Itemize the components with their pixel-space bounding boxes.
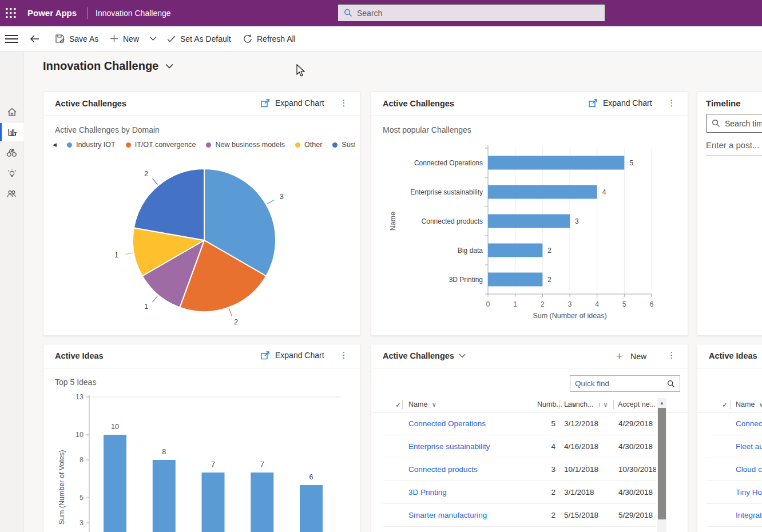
nav-home-icon[interactable] bbox=[0, 103, 23, 121]
bar[interactable] bbox=[251, 473, 273, 532]
new-button[interactable]: New bbox=[110, 26, 157, 51]
timeline-title: Timeline bbox=[706, 98, 741, 108]
bar[interactable] bbox=[488, 215, 570, 228]
panel-title: Active Ideas bbox=[55, 351, 104, 360]
timeline-search-box[interactable]: Search timeline bbox=[706, 114, 762, 133]
chevron-down-icon bbox=[149, 36, 157, 41]
global-search-box[interactable]: Search bbox=[338, 4, 605, 22]
more-commands-icon[interactable]: ⋮ bbox=[338, 350, 350, 360]
expand-chart-label: Expand Chart bbox=[275, 351, 324, 360]
list-title: Active Ideas bbox=[709, 351, 757, 360]
row-name-link[interactable]: Smarter manufacturing bbox=[408, 504, 487, 527]
svg-text:5: 5 bbox=[629, 159, 633, 167]
svg-text:Big data: Big data bbox=[458, 247, 483, 255]
nav-people-icon[interactable] bbox=[0, 184, 23, 203]
list-item[interactable]: Connec bbox=[697, 412, 762, 435]
svg-text:6: 6 bbox=[309, 473, 313, 481]
back-button[interactable] bbox=[30, 26, 39, 51]
list-item[interactable]: Integrat bbox=[697, 504, 762, 527]
list-item[interactable]: Tiny Ho bbox=[697, 481, 762, 504]
expand-chart-button[interactable]: Expand Chart bbox=[589, 98, 652, 108]
hamburger-menu-icon[interactable] bbox=[5, 33, 18, 45]
product-title[interactable]: Power Apps bbox=[27, 8, 77, 18]
list-title-selector[interactable]: Active Ideas bbox=[709, 351, 762, 360]
panel-active-ideas-list: Active Ideas ✓Name ∨ ConnecFleet auCloud… bbox=[697, 344, 762, 532]
bar[interactable] bbox=[104, 435, 126, 532]
new-label: New bbox=[123, 34, 139, 43]
list-item[interactable]: Cloud c bbox=[697, 458, 762, 481]
svg-text:Connected Operations: Connected Operations bbox=[414, 159, 483, 167]
pie-slice[interactable] bbox=[134, 169, 204, 240]
bar[interactable] bbox=[153, 460, 176, 532]
scrollbar-thumb[interactable] bbox=[658, 408, 666, 519]
refresh-all-button[interactable]: Refresh All bbox=[243, 26, 296, 51]
expand-chart-button[interactable]: Expand Chart bbox=[261, 98, 324, 108]
select-all-checkbox[interactable]: ✓ bbox=[395, 400, 401, 409]
expand-chart-icon bbox=[261, 351, 270, 360]
bar[interactable] bbox=[488, 185, 597, 199]
column-header-launch[interactable]: Launch... ↑∨ bbox=[564, 400, 608, 408]
bar[interactable] bbox=[488, 273, 542, 287]
expand-chart-button[interactable]: Expand Chart bbox=[261, 351, 324, 360]
save-as-button[interactable]: Save As bbox=[55, 26, 98, 51]
bar[interactable] bbox=[300, 485, 323, 532]
svg-text:3: 3 bbox=[568, 300, 572, 308]
table-row[interactable]: Smarter manufacturing25/15/20185/29/2018 bbox=[371, 504, 688, 527]
grid-title-selector[interactable]: Active Challenges bbox=[383, 351, 466, 360]
more-commands-icon[interactable]: ⋮ bbox=[338, 98, 350, 108]
nav-binoculars-icon[interactable] bbox=[0, 144, 23, 162]
column-separator bbox=[402, 400, 403, 409]
svg-text:4: 4 bbox=[602, 188, 606, 196]
column-chart: 3581013108776Sum (Number of Votes) bbox=[49, 390, 355, 532]
svg-text:Connected products: Connected products bbox=[422, 217, 483, 225]
post-input[interactable]: Enter a post... bbox=[706, 140, 759, 150]
app-context-title: Innovation Challenge bbox=[96, 9, 171, 18]
chart-title: Top 5 Ideas bbox=[55, 378, 96, 387]
bar[interactable] bbox=[488, 244, 542, 257]
row-name-link[interactable]: Fleet au bbox=[736, 435, 762, 458]
more-commands-icon[interactable]: ⋮ bbox=[666, 98, 677, 108]
grid-new-button[interactable]: + New bbox=[616, 351, 646, 362]
table-row[interactable]: Connected products310/1/201810/30/2018 bbox=[371, 458, 688, 481]
nav-dashboards-icon[interactable] bbox=[0, 123, 23, 141]
select-all-checkbox[interactable]: ✓ bbox=[722, 400, 728, 409]
grid-new-label: New bbox=[630, 352, 646, 361]
column-header-name[interactable]: Name ∨ bbox=[736, 400, 762, 408]
refresh-all-label: Refresh All bbox=[257, 34, 296, 43]
row-name-link[interactable]: Connected Operations bbox=[408, 412, 486, 435]
row-number: 3 bbox=[503, 458, 555, 481]
table-row[interactable]: Connected Operations53/12/20184/29/2018 bbox=[371, 412, 688, 435]
row-name-link[interactable]: Integrat bbox=[736, 504, 762, 527]
table-row[interactable]: 3D Printing23/1/20184/30/2018 bbox=[371, 481, 688, 504]
row-name-link[interactable]: Tiny Ho bbox=[736, 481, 762, 504]
row-name-link[interactable]: 3D Printing bbox=[408, 481, 447, 504]
row-name-link[interactable]: Connected products bbox=[408, 458, 478, 481]
search-icon bbox=[667, 380, 675, 388]
waffle-icon[interactable] bbox=[5, 7, 20, 19]
row-accept-date: 5/29/2018 bbox=[618, 504, 656, 527]
row-number: 5 bbox=[503, 412, 555, 435]
more-commands-icon[interactable]: ⋮ bbox=[666, 350, 677, 360]
bar[interactable] bbox=[202, 473, 225, 532]
column-header-name[interactable]: Name ∨ bbox=[408, 400, 436, 408]
table-row[interactable]: Enterprise sustainability44/16/20184/30/… bbox=[371, 435, 688, 458]
bar[interactable] bbox=[488, 156, 624, 170]
svg-text:10: 10 bbox=[76, 431, 84, 439]
svg-text:10: 10 bbox=[111, 423, 119, 431]
set-as-default-button[interactable]: Set As Default bbox=[167, 26, 231, 51]
row-name-link[interactable]: Enterprise sustainability bbox=[408, 435, 490, 458]
quick-find-input[interactable]: Quick find bbox=[570, 375, 680, 392]
nav-idea-icon[interactable] bbox=[0, 164, 23, 182]
command-bar: Save As New Set As Default Refresh All bbox=[0, 26, 762, 51]
row-name-link[interactable]: Connec bbox=[736, 412, 762, 435]
row-name-link[interactable]: Cloud c bbox=[736, 458, 762, 481]
grid-scrollbar[interactable]: ▲ bbox=[657, 398, 666, 532]
dashboard-selector[interactable]: Innovation Challenge bbox=[43, 59, 173, 73]
panel-title: Active Challenges bbox=[55, 99, 126, 108]
grid-title: Active Challenges bbox=[383, 351, 454, 360]
column-header-accept[interactable]: Accept ne... bbox=[618, 400, 656, 408]
scroll-up-icon[interactable]: ▲ bbox=[657, 398, 666, 407]
column-separator bbox=[730, 400, 731, 409]
list-item[interactable]: Fleet au bbox=[697, 435, 762, 458]
app-bar: Power Apps Innovation Challenge Search bbox=[0, 0, 762, 26]
